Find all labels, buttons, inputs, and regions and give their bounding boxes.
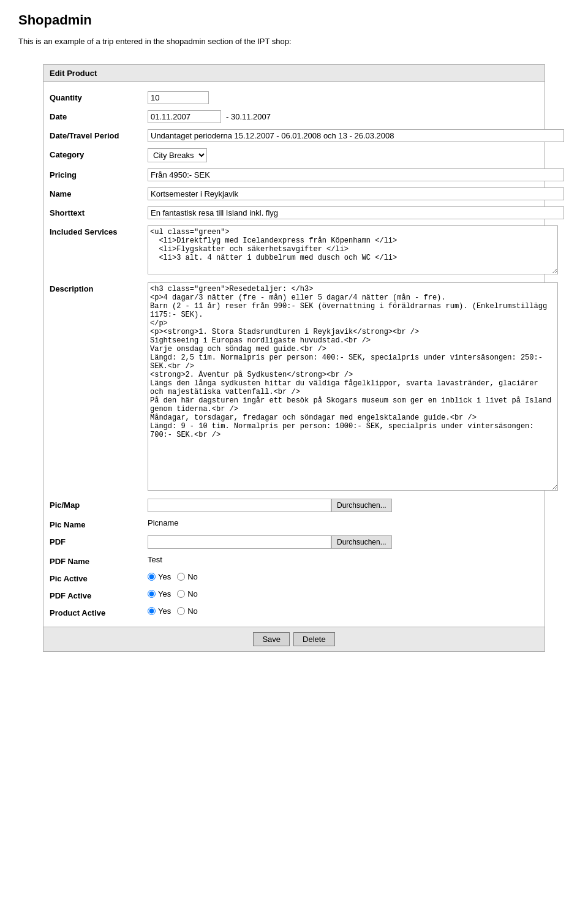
pic-active-no-text: No	[187, 572, 198, 581]
delete-button[interactable]: Delete	[293, 632, 335, 646]
date-from-input[interactable]	[148, 110, 221, 123]
category-select[interactable]: City Breaks	[148, 148, 207, 162]
pdf-name-field: Test	[148, 555, 538, 564]
pricing-field	[148, 168, 564, 181]
included-services-textarea[interactable]: <ul class="green"> <li>Direktflyg med Ic…	[148, 225, 558, 274]
included-services-row: Included Services <ul class="green"> <li…	[43, 222, 545, 279]
pic-map-field: Durchsuchen...	[148, 499, 538, 512]
pdf-field: Durchsuchen...	[148, 535, 538, 549]
shorttext-label: Shorttext	[50, 206, 148, 217]
pic-active-yes-text: Yes	[158, 572, 171, 581]
pdf-active-yes-label[interactable]: Yes	[148, 589, 171, 598]
pdf-label: PDF	[50, 535, 148, 546]
pricing-row: Pricing	[43, 165, 545, 184]
category-label: Category	[50, 148, 148, 159]
pic-active-yes-label[interactable]: Yes	[148, 572, 171, 581]
page-intro: This is an example of a trip entered in …	[18, 37, 570, 46]
name-label: Name	[50, 187, 148, 198]
pdf-name-value: Test	[148, 553, 162, 564]
form-footer: Save Delete	[43, 627, 545, 651]
edit-product-form: Edit Product Quantity Date - 30.11.2007 …	[43, 64, 545, 652]
pic-map-text-input[interactable]	[148, 499, 331, 512]
date-row: Date - 30.11.2007	[43, 107, 545, 126]
pdf-active-field: Yes No	[148, 589, 538, 598]
pdf-active-row: PDF Active Yes No	[43, 586, 545, 603]
product-active-field: Yes No	[148, 606, 538, 616]
description-textarea[interactable]: <h3 class="green">Resedetaljer: </h3> <p…	[148, 282, 558, 491]
description-label: Description	[50, 282, 148, 293]
page-title: Shopadmin	[18, 12, 570, 28]
date-label: Date	[50, 110, 148, 121]
date-separator: - 30.11.2007	[226, 112, 271, 121]
quantity-input[interactable]	[148, 91, 209, 104]
pdf-active-label: PDF Active	[50, 589, 148, 600]
description-row: Description <h3 class="green">Resedetalj…	[43, 279, 545, 496]
name-field	[148, 187, 564, 200]
category-row: Category City Breaks	[43, 145, 545, 165]
pdf-browse-button[interactable]: Durchsuchen...	[331, 535, 392, 549]
pic-name-label: Pic Name	[50, 518, 148, 529]
pic-active-field: Yes No	[148, 572, 538, 581]
form-header: Edit Product	[43, 65, 545, 82]
product-active-no-text: No	[187, 606, 198, 616]
description-field: <h3 class="green">Resedetaljer: </h3> <p…	[148, 282, 558, 492]
quantity-field	[148, 91, 538, 104]
pricing-input[interactable]	[148, 168, 564, 181]
pdf-active-no-label[interactable]: No	[177, 589, 198, 598]
form-body: Quantity Date - 30.11.2007 Date/Travel P…	[43, 82, 545, 627]
product-active-yes-radio[interactable]	[148, 607, 156, 615]
product-active-row: Product Active Yes No	[43, 603, 545, 621]
pdf-row: PDF Durchsuchen...	[43, 532, 545, 552]
travel-period-label: Date/Travel Period	[50, 129, 148, 140]
pdf-active-yes-radio[interactable]	[148, 590, 156, 598]
pic-active-yes-radio[interactable]	[148, 573, 156, 581]
product-active-label: Product Active	[50, 606, 148, 617]
shorttext-input[interactable]	[148, 206, 564, 219]
date-field: - 30.11.2007	[148, 110, 538, 123]
save-button[interactable]: Save	[253, 632, 290, 646]
pdf-active-no-radio[interactable]	[177, 590, 185, 598]
included-services-field: <ul class="green"> <li>Direktflyg med Ic…	[148, 225, 558, 276]
shorttext-row: Shorttext	[43, 203, 545, 222]
product-active-yes-label[interactable]: Yes	[148, 606, 171, 616]
travel-period-input[interactable]	[148, 129, 564, 142]
product-active-no-label[interactable]: No	[177, 606, 198, 616]
travel-period-field	[148, 129, 564, 142]
pic-map-label: Pic/Map	[50, 499, 148, 510]
pic-name-value: Picname	[148, 516, 179, 527]
pricing-label: Pricing	[50, 168, 148, 179]
pic-map-browse-button[interactable]: Durchsuchen...	[331, 499, 392, 512]
product-active-yes-text: Yes	[158, 606, 171, 616]
pic-active-row: Pic Active Yes No	[43, 569, 545, 586]
quantity-label: Quantity	[50, 91, 148, 102]
pdf-file-row: Durchsuchen...	[148, 535, 538, 549]
pic-name-field: Picname	[148, 518, 538, 527]
pic-name-row: Pic Name Picname	[43, 515, 545, 532]
category-field: City Breaks	[148, 148, 538, 162]
pdf-text-input[interactable]	[148, 535, 331, 549]
shorttext-field	[148, 206, 564, 219]
pdf-active-yes-text: Yes	[158, 589, 171, 598]
name-input[interactable]	[148, 187, 564, 200]
product-active-no-radio[interactable]	[177, 607, 185, 615]
pdf-name-row: PDF Name Test	[43, 552, 545, 569]
pic-map-row: Pic/Map Durchsuchen...	[43, 496, 545, 515]
pic-active-no-radio[interactable]	[177, 573, 185, 581]
travel-period-row: Date/Travel Period	[43, 126, 545, 145]
included-services-label: Included Services	[50, 225, 148, 236]
quantity-row: Quantity	[43, 88, 545, 107]
pic-active-no-label[interactable]: No	[177, 572, 198, 581]
pic-map-file-row: Durchsuchen...	[148, 499, 538, 512]
name-row: Name	[43, 184, 545, 203]
pdf-active-no-text: No	[187, 589, 198, 598]
pdf-name-label: PDF Name	[50, 555, 148, 566]
pic-active-label: Pic Active	[50, 572, 148, 583]
